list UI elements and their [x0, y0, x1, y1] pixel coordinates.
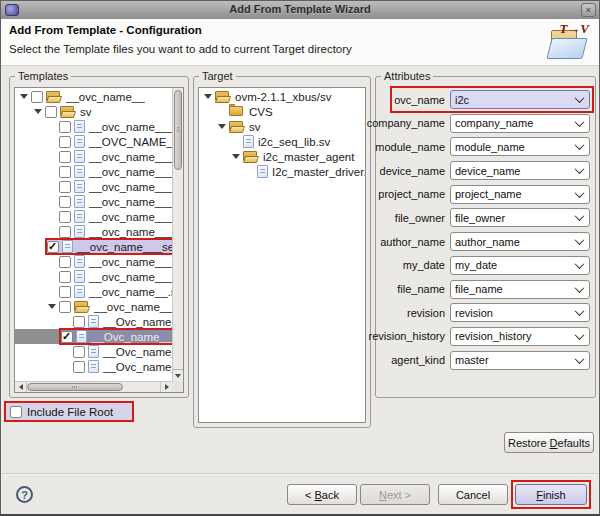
tree-item[interactable]: __ovc_name___env. — [15, 164, 172, 179]
checkbox[interactable] — [59, 226, 71, 238]
tree-item-selected[interactable]: __ovc_name___seq_ — [15, 239, 172, 254]
scrollbar-thumb[interactable] — [174, 90, 182, 170]
help-icon[interactable]: ? — [16, 486, 33, 503]
scroll-right-icon[interactable] — [160, 382, 172, 392]
file-icon — [74, 120, 85, 133]
tree-item[interactable]: __ovc_name___bus_ — [15, 119, 172, 134]
tree-item[interactable]: __Ovc_name____ — [15, 344, 172, 359]
tree-item[interactable]: sv — [15, 104, 172, 119]
chevron-down-icon[interactable] — [570, 91, 589, 108]
expander-icon[interactable] — [45, 304, 59, 309]
expander-icon[interactable] — [229, 154, 243, 159]
checkbox[interactable] — [59, 211, 71, 223]
expander-icon[interactable] — [17, 94, 31, 99]
attribute-combobox[interactable]: revision_history — [450, 327, 590, 346]
tree-item[interactable]: i2c_seq_lib.sv — [199, 134, 365, 149]
tree-item[interactable]: __Ovc_name____ — [15, 314, 172, 329]
expander-icon[interactable] — [31, 109, 45, 114]
chevron-down-icon[interactable] — [570, 352, 589, 369]
checkbox[interactable] — [59, 301, 71, 313]
tree-item[interactable]: __ovc_name___bus_ — [15, 179, 172, 194]
chevron-down-icon[interactable] — [570, 257, 589, 274]
chevron-down-icon[interactable] — [570, 281, 589, 298]
checkbox[interactable] — [59, 271, 71, 283]
vertical-scrollbar[interactable] — [172, 88, 183, 381]
checkbox[interactable] — [59, 151, 71, 163]
tree-item[interactable]: I2c_master_driver.sv — [199, 164, 365, 179]
tree-item[interactable]: __ovc_name___sequ — [15, 209, 172, 224]
checkbox[interactable] — [59, 136, 71, 148]
cancel-button[interactable]: Cancel — [438, 484, 508, 505]
tree-item-label: __OVC_NAME___env — [88, 136, 172, 148]
tree-item[interactable]: ovm-2.1.1_xbus/sv — [199, 89, 365, 104]
attribute-combobox[interactable]: file_owner — [450, 208, 590, 227]
chevron-down-icon[interactable] — [570, 209, 589, 226]
checkbox[interactable] — [73, 346, 85, 358]
tree-item[interactable]: __ovc_name__ — [15, 89, 172, 104]
include-file-root-option[interactable]: Include File Root — [4, 401, 134, 422]
checkbox-checked[interactable] — [61, 331, 73, 343]
back-button[interactable]: < Back — [287, 484, 357, 505]
checkbox[interactable] — [73, 316, 85, 328]
attribute-combobox[interactable]: file_name — [450, 280, 590, 299]
chevron-down-icon[interactable] — [570, 328, 589, 345]
tree-item[interactable]: __ovc_name__.svh — [15, 284, 172, 299]
checkbox[interactable] — [31, 91, 43, 103]
attribute-combobox[interactable]: device_name — [450, 161, 590, 180]
chevron-down-icon[interactable] — [570, 304, 589, 321]
tree-item[interactable]: __OVC_NAME___env — [15, 134, 172, 149]
checkbox[interactable] — [59, 196, 71, 208]
checkbox-checked[interactable] — [47, 241, 59, 253]
tree-item-label: __ovc_name____ag — [93, 301, 172, 313]
finish-button[interactable]: Finish — [515, 484, 587, 505]
next-button: Next > — [360, 484, 430, 505]
attributes-form: ovc_name i2c company_namecompany_name mo… — [382, 90, 590, 374]
tree-item[interactable]: i2c_master_agent — [199, 149, 365, 164]
attributes-group-label: Attributes — [381, 70, 433, 82]
checkbox[interactable] — [59, 181, 71, 193]
expander-icon[interactable] — [201, 94, 215, 99]
tree-item[interactable]: __ovc_name____ag — [15, 299, 172, 314]
tree-item[interactable]: sv — [199, 119, 365, 134]
tree-item[interactable]: __Ovc_name____ — [15, 359, 172, 374]
tree-item[interactable]: __ovc_name___type — [15, 149, 172, 164]
chevron-down-icon[interactable] — [570, 186, 589, 203]
scroll-down-icon[interactable] — [173, 369, 183, 381]
close-icon[interactable]: × — [581, 3, 596, 17]
attribute-combobox[interactable]: i2c — [450, 90, 590, 109]
restore-defaults-button[interactable]: Restore Defaults — [504, 432, 594, 453]
tree-item[interactable]: CVS — [199, 104, 365, 119]
attribute-combobox[interactable]: master — [450, 351, 590, 370]
checkbox[interactable] — [59, 121, 71, 133]
attribute-combobox[interactable]: company_name — [450, 114, 590, 133]
attribute-combobox[interactable]: project_name — [450, 185, 590, 204]
chevron-down-icon[interactable] — [570, 233, 589, 250]
checkbox[interactable] — [73, 361, 85, 373]
expander-icon[interactable] — [215, 124, 229, 129]
scrollbar-corner — [172, 381, 183, 392]
scrollbar-thumb[interactable] — [27, 383, 123, 391]
file-icon — [88, 315, 99, 328]
chevron-down-icon[interactable] — [570, 115, 589, 132]
attribute-combobox[interactable]: revision — [450, 303, 590, 322]
checkbox[interactable] — [45, 106, 57, 118]
tree-item[interactable]: __ovc_name___inter — [15, 224, 172, 239]
chevron-down-icon[interactable] — [570, 138, 589, 155]
horizontal-scrollbar[interactable] — [15, 381, 172, 392]
checkbox[interactable] — [59, 256, 71, 268]
tree-item-label: __ovc_name__ — [65, 91, 145, 103]
chevron-down-icon[interactable] — [570, 162, 589, 179]
tree-item[interactable]: __ovc_name___sequ — [15, 269, 172, 284]
scroll-left-icon[interactable] — [15, 382, 27, 392]
tree-item-selected[interactable]: __Ovc_name____ — [15, 329, 172, 344]
templates-tree: __ovc_name__ sv __ovc_name___bus_ __OVC_… — [14, 87, 184, 393]
checkbox[interactable] — [59, 166, 71, 178]
attribute-combobox[interactable]: my_date — [450, 256, 590, 275]
tree-item[interactable]: __ovc_name___inter — [15, 254, 172, 269]
include-file-root-checkbox[interactable] — [10, 406, 22, 418]
attribute-combobox[interactable]: author_name — [450, 232, 590, 251]
checkbox[interactable] — [59, 286, 71, 298]
attribute-combobox[interactable]: module_name — [450, 137, 590, 156]
tree-item[interactable]: __ovc_name___tran — [15, 194, 172, 209]
folder-open-icon — [243, 151, 259, 162]
